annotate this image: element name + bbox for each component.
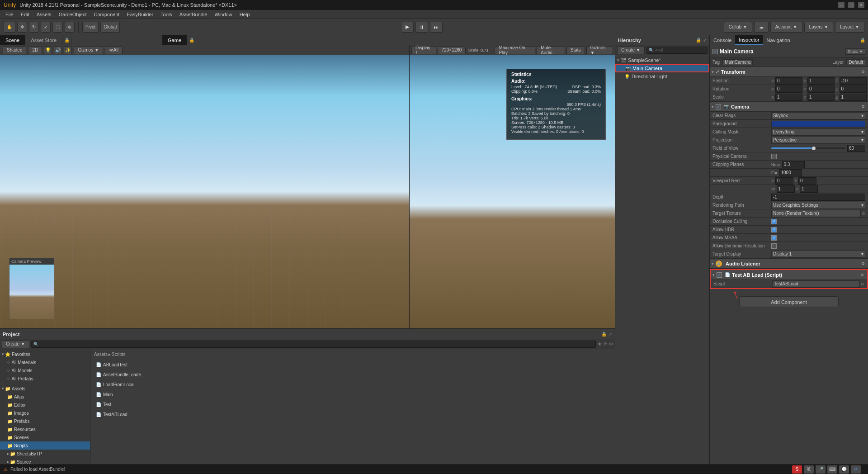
pause-button[interactable]: ⏸ — [415, 22, 428, 33]
test-ab-load-header[interactable]: ▾ ✓ 📄 Test AB Load (Script) ⚙ — [711, 270, 867, 280]
layout-button[interactable]: Layout ▼ — [835, 22, 864, 33]
project-source-folder[interactable]: ▸ 📁 Source — [0, 458, 90, 464]
layer-value[interactable]: Default — [846, 59, 865, 65]
step-button[interactable]: ⏭ — [430, 22, 443, 33]
camera-settings-icon[interactable]: ⚙ — [860, 104, 866, 110]
lighting-toggle[interactable]: 💡 — [44, 46, 52, 54]
account-button[interactable]: Account ▼ — [770, 22, 802, 33]
culling-mask-dropdown[interactable]: Everything ▾ — [771, 128, 865, 136]
menu-window[interactable]: Window — [211, 10, 236, 19]
all-dropdown[interactable]: ≪All — [105, 46, 123, 54]
project-expand-icon[interactable]: ⤢ — [609, 332, 612, 337]
menu-edit[interactable]: Edit — [17, 10, 33, 19]
bottom-keyboard-icon[interactable]: ⌨ — [827, 465, 837, 474]
hierarchy-create-button[interactable]: Create ▼ — [617, 46, 645, 54]
scale-y-input[interactable] — [807, 94, 835, 101]
rot-y-input[interactable] — [807, 85, 835, 93]
hierarchy-search-box[interactable]: 🔍 ≪All — [646, 47, 708, 54]
pos-y-input[interactable] — [807, 77, 835, 85]
audio-toggle[interactable]: 🔊 — [54, 46, 62, 54]
project-create-button[interactable]: Create ▼ — [2, 340, 29, 348]
hierarchy-lock-icon[interactable]: 🔒 — [696, 38, 701, 43]
play-button[interactable]: ▶ — [401, 22, 414, 33]
tab-inspector[interactable]: Inspector — [735, 35, 763, 45]
tab-scene[interactable]: Scene — [0, 35, 25, 45]
project-lock-icon[interactable]: 🔒 — [601, 332, 607, 337]
project-all-materials[interactable]: ○ All Materials — [0, 358, 90, 366]
menu-file[interactable]: File — [2, 10, 17, 19]
project-settings-icon[interactable]: ⚙ — [609, 341, 613, 346]
rect-tool-button[interactable]: ⬚ — [52, 22, 63, 33]
scale-z-input[interactable] — [840, 94, 867, 101]
project-history-icon[interactable]: ⟳ — [604, 341, 607, 346]
pos-z-input[interactable] — [840, 77, 867, 85]
game-viewport[interactable]: Statistics Audio: Level: -74.8 dB (MUTED… — [410, 55, 615, 328]
script-pick-icon[interactable]: ⊙ — [861, 282, 864, 286]
project-all-prefabs[interactable]: ○ All Prefabs — [0, 374, 90, 383]
allow-msaa-checkbox[interactable]: ✓ — [771, 235, 777, 241]
minimize-button[interactable]: ─ — [838, 2, 844, 8]
bottom-connect-icon[interactable]: ⟳ — [851, 465, 861, 474]
project-all-models[interactable]: ○ All Models — [0, 366, 90, 374]
object-active-checkbox[interactable]: ✓ — [712, 49, 718, 54]
project-sheetsbytp-folder[interactable]: ▸ 📁 SheetsByTP — [0, 450, 90, 458]
script-value-dropdown[interactable]: TestABLoad — [772, 280, 860, 288]
scene-panel-lock[interactable]: 🔒 — [62, 35, 71, 45]
clear-flags-dropdown[interactable]: Skybox ▾ — [771, 112, 865, 119]
script-test[interactable]: 📄 Test — [94, 400, 611, 408]
hierarchy-main-camera[interactable]: 📷 Main Camera — [615, 64, 709, 72]
fov-slider[interactable] — [771, 147, 845, 149]
fx-toggle[interactable]: ✨ — [64, 46, 72, 54]
pos-x-input[interactable] — [775, 77, 802, 85]
projection-dropdown[interactable]: Perspective ▾ — [771, 137, 865, 144]
mute-audio[interactable]: Mute Audio — [537, 46, 565, 54]
game-panel-lock[interactable]: 🔒 — [187, 35, 196, 45]
resolution-dropdown[interactable]: 720×1280 — [438, 46, 466, 54]
hierarchy-directional-light[interactable]: 💡 Directional Light — [615, 72, 709, 81]
audio-listener-settings-icon[interactable]: ⚙ — [860, 261, 866, 267]
script-testabload[interactable]: 📄 TestABLoad — [94, 410, 611, 418]
add-component-button[interactable]: Add Component — [739, 296, 839, 307]
2d-toggle[interactable]: 2D — [28, 46, 42, 54]
maximize-on-play[interactable]: Maximize On Play — [495, 46, 535, 54]
menu-gameobject[interactable]: GameObject — [55, 10, 90, 19]
bottom-lang-icon[interactable]: 英 — [804, 465, 814, 474]
global-button[interactable]: Global — [100, 22, 120, 33]
menu-tools[interactable]: Tools — [157, 10, 176, 19]
project-scenes-folder[interactable]: 📁 Scenes — [0, 433, 90, 441]
tab-console[interactable]: Console — [710, 35, 735, 45]
pivot-button[interactable]: Pivot — [82, 22, 99, 33]
move-tool-button[interactable]: ✥ — [17, 22, 27, 33]
script-main[interactable]: 📄 Main — [94, 390, 611, 398]
project-prefabs-folder[interactable]: 📁 Prefabs — [0, 417, 90, 425]
project-images-folder[interactable]: 📁 Images — [0, 409, 90, 417]
display-dropdown[interactable]: Display 1 — [411, 46, 436, 54]
vp-w-input[interactable] — [777, 185, 795, 193]
camera-header[interactable]: ▾ ✓ 📷 Camera ⚙ — [710, 102, 868, 112]
project-resources-folder[interactable]: 📁 Resources — [0, 425, 90, 433]
stats-button[interactable]: Stats — [566, 46, 585, 54]
physical-camera-checkbox[interactable] — [771, 154, 777, 159]
project-star-icon[interactable]: ★ — [598, 341, 602, 346]
menu-assetbundle[interactable]: AssetBundle — [176, 10, 211, 19]
tab-game[interactable]: Game — [162, 35, 187, 45]
vp-h-input[interactable] — [800, 185, 818, 193]
maximize-button[interactable]: □ — [848, 2, 854, 8]
menu-assets[interactable]: Assets — [33, 10, 55, 19]
target-texture-pick-icon[interactable]: ⊙ — [862, 211, 865, 216]
transform-settings-icon[interactable]: ⚙ — [860, 69, 866, 75]
gizmos-dropdown[interactable]: Gizmos ▼ — [74, 46, 103, 54]
project-favorites-group[interactable]: ▾ ⭐ Favorites — [0, 350, 90, 358]
fov-value-input[interactable] — [847, 145, 865, 152]
camera-active-checkbox[interactable]: ✓ — [716, 104, 721, 109]
hand-tool-button[interactable]: ✋ — [4, 22, 15, 33]
inspector-lock-icon[interactable]: 🔒 — [857, 38, 868, 43]
project-search-box[interactable]: 🔍 — [31, 341, 596, 348]
static-dropdown[interactable]: Static ▼ — [845, 48, 865, 55]
rot-z-input[interactable] — [840, 85, 867, 93]
background-color-swatch[interactable] — [771, 121, 865, 127]
near-input[interactable] — [782, 161, 805, 168]
rotate-tool-button[interactable]: ↻ — [29, 22, 39, 33]
project-scripts-folder[interactable]: 📁 Scripts — [0, 441, 90, 450]
background-color[interactable] — [771, 121, 865, 127]
